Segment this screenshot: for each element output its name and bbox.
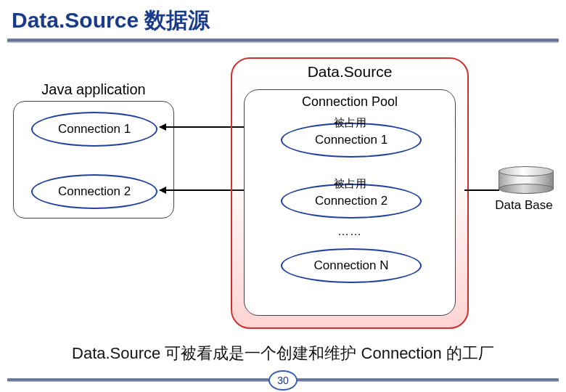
pool-label: Connection Pool xyxy=(245,94,455,110)
datasource-label: Data.Source xyxy=(232,63,467,81)
db-connector-line xyxy=(464,189,499,191)
database-icon xyxy=(499,166,554,194)
pool-conn-1-status: 被占用 xyxy=(281,116,419,130)
java-app-label: Java application xyxy=(14,81,173,98)
pool-conn-2-wrap: 被占用 Connection 2 xyxy=(281,177,419,219)
pool-ellipsis: …… xyxy=(245,225,455,238)
diagram-area: Java application Connection 1 Connection… xyxy=(0,50,566,340)
pool-conn-n: Connection N xyxy=(281,248,422,283)
page-title: Data.Source 数据源 xyxy=(0,0,566,38)
database-label: Data Base xyxy=(492,198,556,213)
java-connection-1: Connection 1 xyxy=(31,112,157,147)
pool-conn-2-status: 被占用 xyxy=(281,177,419,191)
database: Data Base xyxy=(496,166,556,213)
title-underline xyxy=(7,38,559,43)
java-application-box: Java application Connection 1 Connection… xyxy=(13,101,174,219)
caption-text: Data.Source 可被看成是一个创建和维护 Connection 的工厂 xyxy=(0,343,566,364)
java-connection-2: Connection 2 xyxy=(31,174,157,209)
page-number: 30 xyxy=(268,370,298,391)
pool-conn-n-wrap: Connection N xyxy=(281,248,422,283)
pool-conn-1-wrap: 被占用 Connection 1 xyxy=(281,116,419,158)
datasource-box: Data.Source Connection Pool 被占用 Connecti… xyxy=(231,57,469,329)
connection-pool-box: Connection Pool 被占用 Connection 1 被占用 Con… xyxy=(244,89,456,316)
